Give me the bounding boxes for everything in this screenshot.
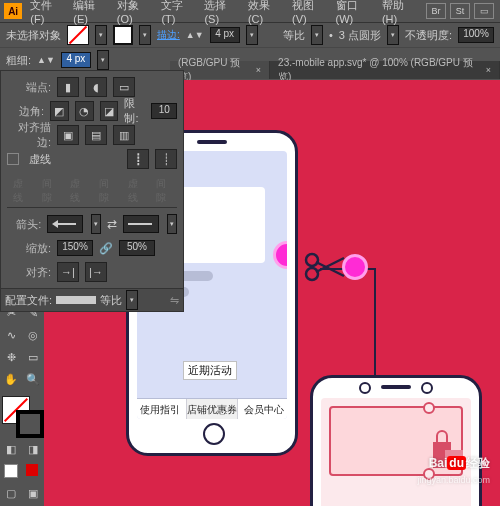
highlight-circle-2 <box>342 254 368 280</box>
menu-object[interactable]: 对象(O) <box>117 0 152 25</box>
align-stroke-label: 对齐描边: <box>7 120 51 150</box>
swap-arrows-icon[interactable]: ⇄ <box>107 217 117 231</box>
limit-label: 限制: <box>124 96 145 126</box>
style-dd[interactable]: ▾ <box>311 25 323 45</box>
arrow-end-dd[interactable]: ▾ <box>167 214 177 234</box>
nav-item-2: 店铺优惠券 <box>187 399 239 419</box>
phone-camera-icon <box>359 382 371 394</box>
fill-stroke-control[interactable] <box>0 394 44 438</box>
limit-field[interactable]: 10 <box>151 103 177 119</box>
curvature-tool-icon[interactable]: ∿ <box>0 324 22 346</box>
gradient-mode-icon[interactable]: ◨ <box>22 438 44 460</box>
opacity-field[interactable]: 100% <box>458 27 494 43</box>
menu-file[interactable]: 文件(F) <box>30 0 63 25</box>
wm-a: Bai <box>429 456 448 470</box>
dash-preserve[interactable]: ┋ <box>127 149 149 169</box>
cap-proj[interactable]: ▭ <box>113 77 135 97</box>
align-center[interactable]: ▣ <box>57 125 79 145</box>
stroke-swatch[interactable] <box>113 25 133 45</box>
dash-fields-row: 虚线 间隙 虚线 间隙 虚线 间隙 <box>7 175 177 208</box>
hand-tool-icon[interactable]: ✋ <box>0 368 22 390</box>
arrow-start[interactable] <box>47 215 83 233</box>
svg-point-3 <box>306 254 318 266</box>
dash-field-3[interactable]: 虚线 <box>122 175 149 207</box>
profile-flip-icon[interactable]: ⇋ <box>170 294 179 307</box>
brush-label: • <box>329 29 333 41</box>
menu-select[interactable]: 选择(S) <box>204 0 238 25</box>
menu-window[interactable]: 窗口(W) <box>336 0 372 25</box>
fill-dropdown[interactable]: ▾ <box>95 25 107 45</box>
doc-tab-2[interactable]: 23.-mobile app.svg* @ 100% (RGB/GPU 预览) … <box>270 61 500 79</box>
draw-normal-icon[interactable] <box>4 464 18 478</box>
stock-button[interactable]: St <box>450 3 470 19</box>
menu-effect[interactable]: 效果(C) <box>248 0 282 25</box>
style-label: 等比 <box>283 28 305 43</box>
arrow-align-end[interactable]: |→ <box>85 262 107 282</box>
menu-edit[interactable]: 编辑(E) <box>73 0 107 25</box>
align-outside[interactable]: ▥ <box>113 125 135 145</box>
screen-mode-1-icon[interactable]: ▢ <box>0 482 22 504</box>
stroke-weight-field[interactable]: 4 px <box>210 27 240 43</box>
stroke-dropdown[interactable]: ▾ <box>139 25 151 45</box>
document-tabs: (RGB/GPU 预览) × 23.-mobile app.svg* @ 100… <box>170 60 500 80</box>
bridge-button[interactable]: Br <box>426 3 446 19</box>
cap-butt[interactable]: ▮ <box>57 77 79 97</box>
screen-mode-2-icon[interactable]: ▣ <box>22 482 44 504</box>
brush-dd[interactable]: ▾ <box>387 25 399 45</box>
dash-field-1[interactable]: 虚线 <box>7 175 34 207</box>
arrow-end[interactable] <box>123 215 159 233</box>
symbol-sprayer-tool-icon[interactable]: ❉ <box>0 346 22 368</box>
stroke-box-icon[interactable] <box>16 410 44 438</box>
gap-field-3[interactable]: 间隙 <box>150 175 177 207</box>
fill-swatch[interactable] <box>67 25 89 45</box>
artboard-tool-icon[interactable]: ▭ <box>22 346 44 368</box>
dashed-checkbox[interactable] <box>7 153 19 165</box>
arrow-start-dd[interactable]: ▾ <box>91 214 101 234</box>
wm-url: jingyan.baidu.com <box>417 475 490 485</box>
scale-start-field[interactable]: 150% <box>57 240 93 256</box>
stroke-weight-dd[interactable]: ▾ <box>246 25 258 45</box>
profile-dd[interactable]: ▾ <box>126 290 138 310</box>
menu-view[interactable]: 视图(V) <box>292 0 326 25</box>
no-selection-label: 未选择对象 <box>6 28 61 43</box>
gap-field-2[interactable]: 间隙 <box>93 175 120 207</box>
close-icon[interactable]: × <box>256 65 261 75</box>
zoom-tool-icon[interactable]: 🔍 <box>22 368 44 390</box>
menu-help[interactable]: 帮助(H) <box>382 0 416 25</box>
weight-label: 粗细: <box>6 53 31 68</box>
color-mode-icon[interactable]: ◧ <box>0 438 22 460</box>
corner-bevel[interactable]: ◪ <box>100 101 119 121</box>
draw-behind-icon[interactable] <box>26 464 38 476</box>
opacity-label: 不透明度: <box>405 28 452 43</box>
profile-label: 配置文件: <box>5 293 52 308</box>
arrange-button[interactable]: ▭ <box>474 3 494 19</box>
stroke-link[interactable]: 描边: <box>157 28 180 42</box>
wm-b: du <box>447 456 466 470</box>
phone-speaker-icon <box>197 140 227 144</box>
corner-miter[interactable]: ◩ <box>50 101 69 121</box>
brush-name: 3 点圆形 <box>339 28 381 43</box>
align-inside[interactable]: ▤ <box>85 125 107 145</box>
profile-name: 等比 <box>100 293 122 308</box>
corner-label: 边角: <box>7 104 44 119</box>
dash-field-2[interactable]: 虚线 <box>64 175 91 207</box>
scale-end-field[interactable]: 50% <box>119 240 155 256</box>
app-menubar: Ai 文件(F) 编辑(E) 对象(O) 文字(T) 选择(S) 效果(C) 视… <box>0 0 500 22</box>
weight-field[interactable]: 4 px <box>61 52 91 68</box>
dash-align[interactable]: ┊ <box>155 149 177 169</box>
doc-tab-1[interactable]: (RGB/GPU 预览) × <box>170 61 270 79</box>
stroke-panel: 端点: ▮ ◖ ▭ 边角: ◩ ◔ ◪ 限制: 10 对齐描边: ▣ ▤ ▥ 虚… <box>0 70 184 312</box>
cap-round[interactable]: ◖ <box>85 77 107 97</box>
arrow-label: 箭头: <box>7 217 41 232</box>
blend-tool-icon[interactable]: ◎ <box>22 324 44 346</box>
link-icon[interactable]: 🔗 <box>99 242 113 255</box>
arrow-align-tip[interactable]: →| <box>57 262 79 282</box>
profile-preview <box>56 296 96 304</box>
menu-type[interactable]: 文字(T) <box>161 0 194 25</box>
home-button-icon <box>203 423 225 445</box>
corner-round[interactable]: ◔ <box>75 101 94 121</box>
close-icon[interactable]: × <box>486 65 491 75</box>
scale-label: 缩放: <box>7 241 51 256</box>
weight-dd[interactable]: ▾ <box>97 50 109 70</box>
gap-field-1[interactable]: 间隙 <box>36 175 63 207</box>
